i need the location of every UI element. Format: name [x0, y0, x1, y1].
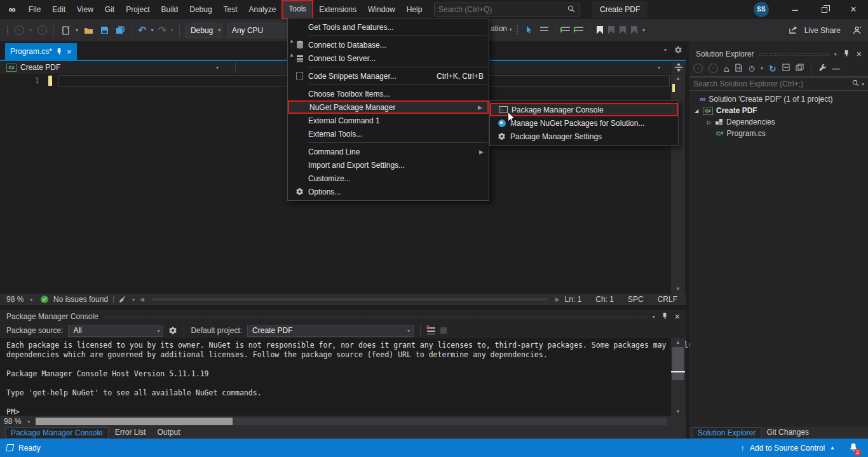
menu-item-code-snippets[interactable]: Code Snippets Manager...Ctrl+K, Ctrl+B: [288, 69, 489, 83]
scrollbar-thumb[interactable]: [672, 347, 684, 380]
solution-configuration-dropdown[interactable]: Debug▾: [186, 24, 222, 38]
toolbar-grip[interactable]: [6, 25, 9, 36]
home-icon[interactable]: ⌂: [724, 64, 729, 74]
tree-item-dependencies[interactable]: ▷ Dependencies: [689, 116, 868, 128]
redo-button[interactable]: ↷: [158, 24, 166, 36]
tree-item-project[interactable]: ◢ C# Create PDF: [689, 105, 868, 116]
collapse-all-icon[interactable]: [782, 64, 790, 73]
scroll-right-icon[interactable]: ▶: [555, 296, 560, 303]
solution-explorer-search-box[interactable]: ▾: [689, 77, 868, 91]
close-tab-icon[interactable]: ×: [67, 47, 72, 57]
clear-console-icon[interactable]: [427, 327, 435, 334]
menu-item-manage-nuget-packages[interactable]: Manage NuGet Packages for Solution...: [490, 116, 678, 130]
next-bookmark-icon[interactable]: [620, 26, 626, 34]
navigate-forward-button[interactable]: ›: [36, 24, 48, 37]
menu-extensions[interactable]: Extensions: [313, 0, 362, 19]
menu-analyze[interactable]: Analyze: [243, 0, 282, 19]
scroll-up-icon[interactable]: ▲: [671, 76, 685, 81]
undo-dropdown-icon[interactable]: ▾: [151, 27, 153, 33]
line-ending-indicator[interactable]: CRLF: [658, 295, 677, 304]
breadcrumb-project-dropdown[interactable]: Create PDF: [20, 63, 60, 72]
menu-item-import-export-settings[interactable]: Import and Export Settings...: [288, 158, 489, 172]
quick-search-box[interactable]: [434, 3, 580, 17]
menu-git[interactable]: Git: [99, 0, 120, 19]
selection-mode-button[interactable]: [524, 24, 535, 36]
tab-git-changes[interactable]: Git Changes: [761, 427, 814, 439]
scrollbar-thumb[interactable]: [36, 418, 233, 425]
tab-solution-explorer[interactable]: Solution Explorer: [692, 427, 761, 439]
console-horizontal-scrollbar[interactable]: [36, 418, 667, 425]
scroll-down-icon[interactable]: ▼: [671, 286, 685, 292]
window-position-dropdown-icon[interactable]: ▾: [653, 314, 655, 320]
scroll-left-icon[interactable]: ◀: [140, 296, 144, 303]
menu-project[interactable]: Project: [120, 0, 155, 19]
search-input[interactable]: [435, 5, 564, 14]
menu-view[interactable]: View: [71, 0, 99, 19]
close-panel-icon[interactable]: ×: [857, 49, 862, 59]
back-icon[interactable]: ‹: [693, 64, 703, 73]
solution-platform-dropdown[interactable]: Any CPU▾: [227, 24, 295, 38]
stop-command-icon[interactable]: [440, 327, 447, 334]
code-cleanup-dropdown-icon[interactable]: ▾: [132, 297, 135, 303]
filter-dropdown-icon[interactable]: ▾: [761, 65, 763, 71]
new-project-button[interactable]: [60, 24, 71, 37]
menu-build[interactable]: Build: [156, 0, 184, 19]
chevron-down-icon[interactable]: ▾: [509, 27, 512, 32]
tab-program-cs[interactable]: Program.cs* ×: [5, 43, 77, 60]
tab-error-list[interactable]: Error List: [110, 427, 151, 439]
close-button[interactable]: ×: [839, 0, 868, 19]
issues-status[interactable]: No issues found: [53, 295, 108, 304]
pending-changes-filter-icon[interactable]: ◷: [749, 64, 755, 72]
space-mode-indicator[interactable]: SPC: [628, 295, 644, 304]
tree-item-solution[interactable]: ∞ Solution 'Create PDF' (1 of 1 project): [689, 93, 868, 105]
save-all-button[interactable]: [114, 24, 126, 37]
save-button[interactable]: [98, 24, 110, 37]
clear-bookmarks-icon[interactable]: [631, 26, 637, 34]
solution-explorer-title-bar[interactable]: Solution Explorer ▾ ×: [689, 48, 868, 60]
pin-icon[interactable]: [662, 312, 668, 321]
tab-package-manager-console[interactable]: Package Manager Console: [5, 427, 109, 439]
console-output[interactable]: Each package is licensed to you by its o…: [0, 338, 671, 416]
menu-help[interactable]: Help: [401, 0, 428, 19]
menu-item-connect-database[interactable]: ▲Connect to Database...: [288, 38, 489, 51]
pin-icon[interactable]: [57, 48, 62, 56]
increase-indent-icon[interactable]: [575, 27, 583, 33]
search-icon[interactable]: [564, 5, 579, 15]
scroll-up-icon[interactable]: ▲: [671, 339, 685, 345]
decrease-indent-icon[interactable]: [562, 27, 570, 33]
expanded-caret-icon[interactable]: ◢: [693, 108, 700, 114]
menu-item-command-line[interactable]: Command Line▶: [288, 145, 489, 158]
toolbar-grip[interactable]: [516, 25, 519, 35]
editor-zoom-dropdown[interactable]: 98 %▾: [6, 295, 36, 304]
menu-item-choose-toolbox[interactable]: Choose Toolbox Items...: [288, 87, 489, 100]
pin-icon[interactable]: [844, 50, 850, 58]
document-well-options-gear-icon[interactable]: [674, 46, 682, 54]
restore-button[interactable]: [810, 0, 839, 19]
menu-item-package-manager-console[interactable]: >_Package Manager Console: [490, 103, 678, 116]
open-folder-button[interactable]: [83, 24, 94, 37]
menu-file[interactable]: File: [23, 0, 46, 19]
navigate-back-button[interactable]: ‹: [13, 24, 25, 37]
default-project-dropdown[interactable]: Create PDF▾: [247, 325, 414, 337]
menu-test[interactable]: Test: [218, 0, 243, 19]
solution-search-input[interactable]: [693, 79, 852, 88]
console-zoom-dropdown[interactable]: 98 %▾: [4, 417, 32, 426]
tree-item-program-cs[interactable]: C# Program.cs: [689, 128, 868, 139]
split-window-icon[interactable]: [672, 62, 685, 73]
back-dropdown-icon[interactable]: ▾: [29, 27, 32, 33]
display-whitespace-icon[interactable]: [540, 27, 548, 33]
toggle-bookmark-icon[interactable]: [597, 26, 603, 34]
background-tasks-icon[interactable]: [6, 444, 14, 451]
menu-window[interactable]: Window: [362, 0, 401, 19]
window-position-dropdown-icon[interactable]: ▾: [834, 51, 837, 57]
add-to-source-control-button[interactable]: Add to Source Control: [750, 444, 825, 453]
redo-dropdown-icon[interactable]: ▾: [171, 27, 173, 33]
search-options-dropdown-icon[interactable]: ▾: [862, 81, 864, 87]
menu-edit[interactable]: Edit: [46, 0, 71, 19]
forward-icon[interactable]: ›: [709, 64, 718, 73]
sync-with-active-document-icon[interactable]: [735, 64, 743, 74]
search-icon[interactable]: [852, 79, 859, 88]
feedback-person-icon[interactable]: [852, 26, 862, 34]
menu-item-package-manager-settings[interactable]: Package Manager Settings: [490, 130, 678, 143]
chevron-down-icon[interactable]: ▾: [216, 65, 219, 71]
